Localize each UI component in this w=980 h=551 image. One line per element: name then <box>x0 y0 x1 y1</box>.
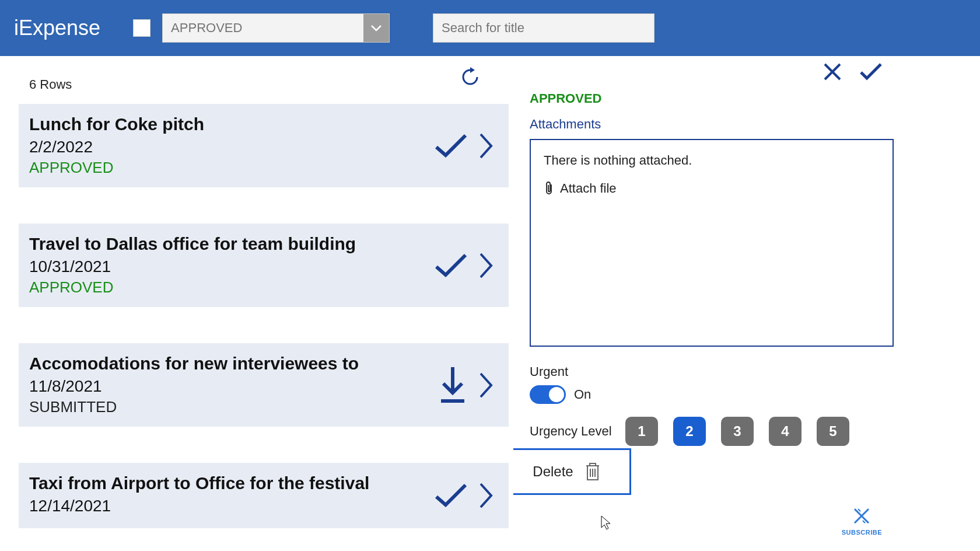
filter-checkbox[interactable] <box>133 19 150 37</box>
app-title: iExpense <box>14 16 100 40</box>
subscribe-label: SUBSCRIBE <box>842 529 882 536</box>
list-item-title: Taxi from Airport to Office for the fest… <box>29 473 433 493</box>
confirm-check-icon[interactable] <box>859 62 883 82</box>
list-item-date: 2/2/2022 <box>29 138 433 156</box>
delete-label: Delete <box>533 463 573 480</box>
attachments-label: Attachments <box>530 117 896 132</box>
list-panel: 6 Rows Lunch for Coke pitch 2/2/2022 APP… <box>0 56 513 551</box>
list-item-actions <box>433 252 498 280</box>
urgent-label: Urgent <box>530 364 896 379</box>
urgency-level-3[interactable]: 3 <box>721 417 754 446</box>
status-filter[interactable] <box>162 13 390 43</box>
attach-file-label: Attach file <box>560 181 617 196</box>
check-icon[interactable] <box>433 482 469 510</box>
attachments-box: There is nothing attached. Attach file <box>530 139 894 347</box>
attach-file-button[interactable]: Attach file <box>544 181 880 196</box>
list-item-status: SUBMITTED <box>29 398 436 416</box>
check-icon[interactable] <box>433 132 469 160</box>
delete-button[interactable]: Delete <box>513 448 631 495</box>
list-item-content: Travel to Dallas office for team buildin… <box>29 234 433 297</box>
status-filter-input[interactable] <box>163 20 363 36</box>
trash-icon <box>584 461 601 482</box>
subscribe-button[interactable]: SUBSCRIBE <box>842 504 882 536</box>
list-item-content: Lunch for Coke pitch 2/2/2022 APPROVED <box>29 114 433 177</box>
download-icon[interactable] <box>436 365 469 406</box>
list-item-date: 10/31/2021 <box>29 257 433 276</box>
urgency-level-row: Urgency Level 1 2 3 4 5 <box>530 417 896 446</box>
chevron-down-icon <box>369 21 383 35</box>
urgent-toggle-value: On <box>574 387 591 402</box>
search-input[interactable] <box>433 13 654 43</box>
urgency-level-5[interactable]: 5 <box>817 417 849 446</box>
chevron-right-icon[interactable] <box>478 252 494 280</box>
detail-status: APPROVED <box>530 91 896 106</box>
dna-icon <box>850 504 873 528</box>
urgency-level-2[interactable]: 2 <box>673 417 706 446</box>
chevron-right-icon[interactable] <box>478 482 494 510</box>
urgency-level-4[interactable]: 4 <box>769 417 802 446</box>
list-item-date: 12/14/2021 <box>29 497 433 515</box>
list-item[interactable]: Travel to Dallas office for team buildin… <box>19 224 509 307</box>
list-item-content: Taxi from Airport to Office for the fest… <box>29 473 433 518</box>
rows-count: 6 Rows <box>29 77 503 92</box>
expense-list[interactable]: Lunch for Coke pitch 2/2/2022 APPROVED T… <box>19 104 513 551</box>
status-filter-dropdown-button[interactable] <box>363 14 389 42</box>
toggle-knob <box>549 387 564 402</box>
list-item-actions <box>433 482 498 510</box>
main: 6 Rows Lunch for Coke pitch 2/2/2022 APP… <box>0 56 980 551</box>
chevron-right-icon[interactable] <box>478 371 494 399</box>
list-item[interactable]: Lunch for Coke pitch 2/2/2022 APPROVED <box>19 104 509 187</box>
list-item-status: APPROVED <box>29 278 433 297</box>
list-item[interactable]: Accomodations for new interviewees to 11… <box>19 343 509 427</box>
list-item-title: Travel to Dallas office for team buildin… <box>29 234 433 254</box>
header: iExpense <box>0 0 980 56</box>
close-icon[interactable] <box>822 62 842 82</box>
refresh-icon <box>460 67 481 88</box>
attachments-empty-text: There is nothing attached. <box>544 153 880 168</box>
mouse-cursor <box>600 515 612 531</box>
list-item-actions <box>433 132 498 160</box>
list-item-status: APPROVED <box>29 159 433 177</box>
urgent-toggle-row: On <box>530 385 896 404</box>
detail-panel: APPROVED Attachments There is nothing at… <box>513 56 910 551</box>
check-icon[interactable] <box>433 252 469 280</box>
list-item-actions <box>436 365 498 406</box>
paperclip-icon <box>544 181 554 196</box>
urgent-toggle[interactable] <box>530 385 566 404</box>
list-item-title: Lunch for Coke pitch <box>29 114 433 134</box>
list-item-date: 11/8/2021 <box>29 377 436 396</box>
detail-actions <box>822 62 883 82</box>
urgency-level-label: Urgency Level <box>530 424 620 439</box>
chevron-right-icon[interactable] <box>478 132 494 160</box>
list-item[interactable]: Taxi from Airport to Office for the fest… <box>19 463 509 528</box>
refresh-button[interactable] <box>460 67 483 90</box>
urgency-level-1[interactable]: 1 <box>625 417 658 446</box>
list-item-title: Accomodations for new interviewees to <box>29 354 436 374</box>
list-item-content: Accomodations for new interviewees to 11… <box>29 354 436 416</box>
